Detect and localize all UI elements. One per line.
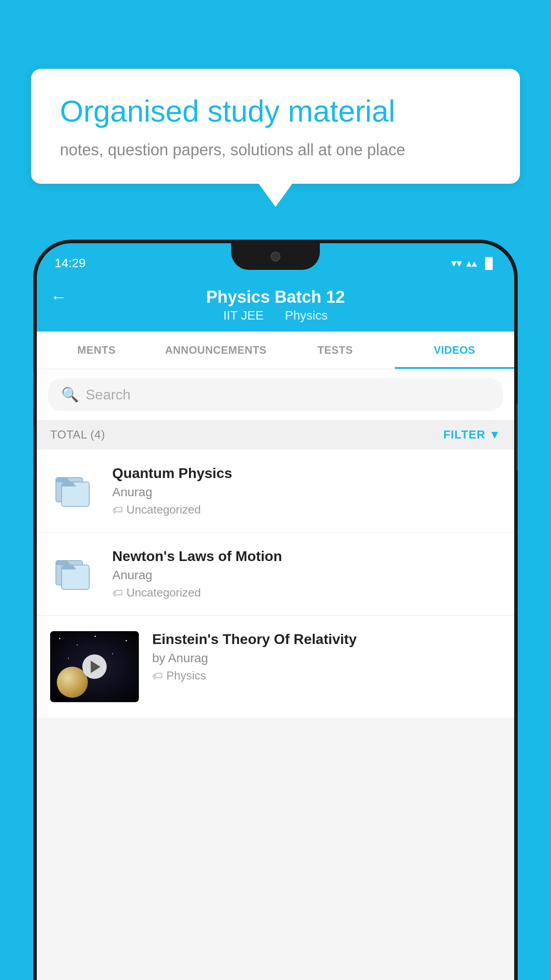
tab-ments[interactable]: MENTS (37, 332, 156, 369)
phone-notch (231, 243, 320, 270)
item-tag: 🏷 Uncategorized (112, 586, 501, 600)
item-title: Quantum Physics (112, 465, 501, 482)
speech-bubble-subtitle: notes, question papers, solutions all at… (60, 141, 491, 159)
tab-announcements[interactable]: ANNOUNCEMENTS (156, 332, 276, 369)
header-title: Physics Batch 12 (206, 288, 345, 307)
phone-inner: 14:29 ▾▾ ▴▴ ▐▌ ← Physics Batch 12 IIT JE… (37, 243, 514, 980)
item-tag: 🏷 Physics (152, 669, 501, 683)
tab-videos[interactable]: VIDEOS (395, 332, 514, 369)
filter-button[interactable]: FILTER ▼ (443, 428, 501, 442)
item-author: by Anurag (152, 651, 501, 665)
signal-icon: ▴▴ (466, 257, 477, 269)
phone-frame: 14:29 ▾▾ ▴▴ ▐▌ ← Physics Batch 12 IIT JE… (33, 240, 518, 980)
search-icon: 🔍 (61, 386, 79, 403)
item-info-2: Newton's Laws of Motion Anurag 🏷 Uncateg… (112, 548, 501, 600)
item-tag: 🏷 Uncategorized (112, 503, 501, 517)
tag-icon: 🏷 (112, 504, 123, 516)
volume-btn-2 (33, 426, 35, 479)
header-subtitle-iit: IIT JEE (223, 308, 264, 322)
list-item[interactable]: Quantum Physics Anurag 🏷 Uncategorized (37, 450, 514, 533)
status-icons: ▾▾ ▴▴ ▐▌ (451, 257, 496, 269)
power-btn (516, 404, 518, 470)
video-list: Quantum Physics Anurag 🏷 Uncategorized (37, 450, 514, 718)
tab-tests[interactable]: TESTS (276, 332, 395, 369)
volume-btn-1 (33, 373, 35, 408)
play-triangle-icon (91, 660, 100, 673)
filter-icon: ▼ (489, 428, 501, 442)
search-bar[interactable]: 🔍 Search (48, 378, 503, 411)
item-thumbnail-3 (50, 631, 139, 702)
battery-icon: ▐▌ (481, 257, 496, 269)
tag-icon: 🏷 (152, 670, 163, 682)
total-count-label: TOTAL (4) (50, 428, 105, 442)
front-camera (271, 252, 280, 261)
status-time: 14:29 (55, 256, 86, 270)
speech-bubble-title: Organised study material (60, 93, 491, 130)
wifi-icon: ▾▾ (451, 257, 462, 269)
item-title: Einstein's Theory Of Relativity (152, 631, 501, 648)
play-button[interactable] (83, 655, 107, 679)
item-author: Anurag (112, 568, 501, 582)
screen-content: ← Physics Batch 12 IIT JEE Physics MENTS… (37, 277, 514, 980)
item-title: Newton's Laws of Motion (112, 548, 501, 565)
item-thumbnail-1 (50, 465, 99, 514)
list-item[interactable]: Einstein's Theory Of Relativity by Anura… (37, 616, 514, 718)
app-header: ← Physics Batch 12 IIT JEE Physics (37, 277, 514, 332)
item-info-3: Einstein's Theory Of Relativity by Anura… (152, 631, 501, 683)
list-item[interactable]: Newton's Laws of Motion Anurag 🏷 Uncateg… (37, 533, 514, 616)
tabs-bar: MENTS ANNOUNCEMENTS TESTS VIDEOS (37, 332, 514, 369)
header-subtitle-physics: Physics (285, 308, 327, 322)
filter-row: TOTAL (4) FILTER ▼ (37, 420, 514, 450)
header-subtitle: IIT JEE Physics (219, 308, 332, 323)
item-author: Anurag (112, 485, 501, 499)
search-placeholder: Search (86, 387, 130, 403)
back-button[interactable]: ← (50, 288, 67, 307)
item-thumbnail-2 (50, 548, 99, 597)
tag-icon: 🏷 (112, 587, 123, 599)
search-bar-container: 🔍 Search (37, 369, 514, 420)
item-info-1: Quantum Physics Anurag 🏷 Uncategorized (112, 465, 501, 517)
speech-bubble-container: Organised study material notes, question… (31, 69, 520, 184)
speech-bubble: Organised study material notes, question… (31, 69, 520, 184)
